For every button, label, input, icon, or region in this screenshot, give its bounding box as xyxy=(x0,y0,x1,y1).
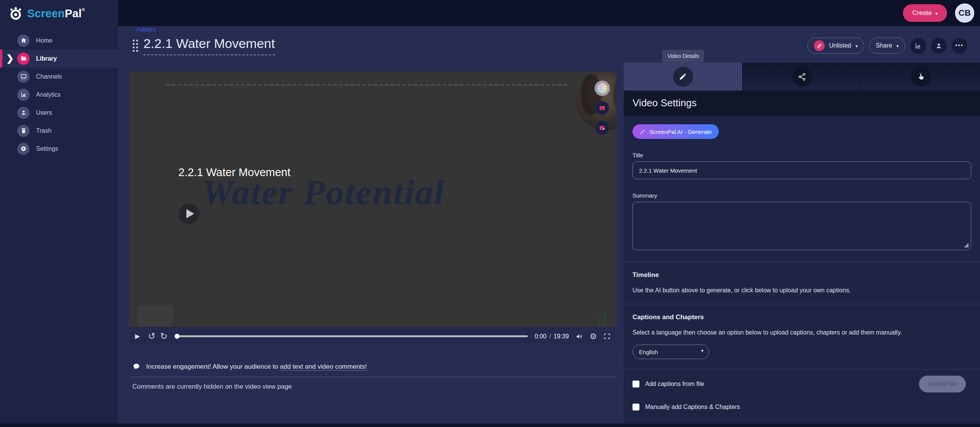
comments-status: Comments are currently hidden on the vid… xyxy=(129,377,616,396)
create-button[interactable]: Create ▾ xyxy=(903,4,947,22)
ai-generate-label: ScreenPal AI - Generate xyxy=(649,129,712,135)
sidebar-item-label: Users xyxy=(36,109,52,116)
create-button-label: Create xyxy=(912,9,932,17)
sidebar-item-label: Trash xyxy=(36,127,51,134)
drag-handle-icon[interactable] xyxy=(133,40,138,52)
sidebar-item-library[interactable]: ❯ Library xyxy=(0,49,118,68)
folder-icon xyxy=(17,53,30,65)
panel-heading-strip: Video Settings xyxy=(624,91,980,115)
image-icon xyxy=(599,105,606,112)
more-options-button[interactable]: ••• xyxy=(952,38,967,54)
analytics-icon xyxy=(17,89,30,101)
captions-help-text: Select a language then choose an option … xyxy=(632,329,971,336)
panel-content: ScreenPal AI - Generate Title Summary ◢ … xyxy=(624,115,980,415)
rewind-icon[interactable]: ↺ xyxy=(148,332,155,341)
video-frame[interactable]: 2.2.1 Water Movement Water Potential xyxy=(129,71,616,327)
sidebar-item-users[interactable]: Users xyxy=(0,104,118,122)
chevron-down-icon: ▾ xyxy=(855,43,858,49)
add-comments-link[interactable]: add text and video comments! xyxy=(280,363,367,371)
privacy-label: Unlisted xyxy=(829,42,851,49)
add-captions-label: Add captions from file xyxy=(645,381,704,387)
details-panel: Video Settings ScreenPal AI - Generate T… xyxy=(624,63,980,427)
comment-bubble-icon xyxy=(132,363,140,371)
sidebar-item-trash[interactable]: Trash xyxy=(0,122,118,140)
edit-thumbnail-button[interactable] xyxy=(595,101,609,115)
active-indicator xyxy=(0,49,2,68)
share-label: Share xyxy=(876,42,892,49)
resize-grip-icon[interactable]: ◢ xyxy=(964,241,968,248)
add-captions-checkbox[interactable] xyxy=(632,381,639,387)
slide-text: Water Potential xyxy=(202,172,445,213)
color-wheel-icon xyxy=(597,83,607,93)
slide-light-patch xyxy=(138,305,173,327)
divider xyxy=(624,369,980,369)
sidebar-item-analytics[interactable]: Analytics xyxy=(0,86,118,104)
video-details-tooltip: Video Details xyxy=(662,50,704,62)
breadcrumb[interactable]: Folders xyxy=(137,26,156,33)
timeline-heading: Timeline xyxy=(632,271,971,279)
volume-button[interactable] xyxy=(575,333,583,340)
bottom-strip xyxy=(0,424,980,427)
manual-captions-row: Manually add Captions & Chapters xyxy=(632,399,971,415)
sidebar-item-label: Library xyxy=(36,55,57,62)
forward-icon[interactable]: ↻ xyxy=(160,332,167,341)
top-bar: Create ▾ CB xyxy=(0,0,980,26)
language-select[interactable]: English xyxy=(632,345,709,359)
share-button[interactable]: Share ▾ xyxy=(869,38,905,54)
magic-wand-icon xyxy=(639,129,646,135)
link-icon xyxy=(814,40,825,51)
page-title[interactable]: 2.2.1 Water Movement xyxy=(143,36,275,55)
webcam-lens-icon[interactable] xyxy=(595,81,610,96)
sidebar-item-settings[interactable]: Settings xyxy=(0,140,118,158)
header-actions: Unlisted ▾ Share ▾ ••• xyxy=(807,38,967,54)
language-select-wrap: English ▾ xyxy=(632,345,709,359)
panel-heading: Video Settings xyxy=(632,97,697,109)
privacy-dropdown[interactable]: Unlisted ▾ xyxy=(807,38,864,54)
player-settings-button[interactable]: ⚙ xyxy=(590,332,597,340)
captions-heading: Captions and Chapters xyxy=(632,313,971,321)
share-nodes-icon xyxy=(792,67,812,87)
viewer-access-button[interactable] xyxy=(931,38,947,54)
settings-icon xyxy=(17,143,30,155)
seek-handle[interactable] xyxy=(175,334,180,339)
divider xyxy=(624,262,980,262)
video-analytics-button[interactable] xyxy=(910,38,926,54)
channels-icon xyxy=(17,71,30,83)
sidebar-item-label: Channels xyxy=(36,73,62,80)
title-input[interactable] xyxy=(632,162,971,179)
sidebar-item-label: Home xyxy=(36,37,53,44)
chart-icon xyxy=(914,42,922,49)
slide-watermark: d xyxy=(597,308,606,327)
seek-bar[interactable] xyxy=(175,335,528,337)
webcam-bubble xyxy=(576,72,616,130)
fullscreen-button[interactable] xyxy=(603,333,611,340)
play-overlay-button[interactable] xyxy=(179,203,199,224)
play-icon xyxy=(186,209,194,218)
time-display: 0:00 / 19:39 xyxy=(535,333,569,340)
tab-interactivity[interactable] xyxy=(861,63,980,91)
page-header: Folders 2.2.1 Water Movement Unlisted ▾ … xyxy=(118,26,980,63)
player-control-bar: ▶ ↺ ↻ 0:00 / 19:39 ⚙ xyxy=(129,327,616,346)
chevron-right-icon: ❯ xyxy=(6,53,14,63)
avatar[interactable]: CB xyxy=(955,3,974,23)
edit-video-button[interactable] xyxy=(595,121,609,135)
trash-icon xyxy=(17,125,30,137)
promo-text: Increase engagement! Allow your audience… xyxy=(146,363,367,371)
hand-pointer-icon xyxy=(911,67,931,87)
panel-tabs xyxy=(624,63,980,91)
manual-captions-checkbox[interactable] xyxy=(632,404,639,411)
time-separator: / xyxy=(549,333,551,340)
manual-captions-label: Manually add Captions & Chapters xyxy=(645,404,740,411)
sidebar-item-label: Settings xyxy=(36,145,58,152)
sidebar-item-home[interactable]: Home xyxy=(0,31,118,49)
play-button[interactable]: ▶ xyxy=(135,332,140,340)
comments-promo: Increase engagement! Allow your audience… xyxy=(129,362,616,377)
home-icon xyxy=(17,35,30,47)
chevron-down-icon: ▾ xyxy=(896,43,899,49)
upload-file-button[interactable]: Upload file xyxy=(919,376,966,392)
tab-share-options[interactable] xyxy=(743,63,861,91)
sidebar-item-channels[interactable]: Channels xyxy=(0,68,118,86)
summary-textarea[interactable] xyxy=(632,202,971,250)
ai-generate-button[interactable]: ScreenPal AI - Generate xyxy=(632,124,719,139)
app-logo[interactable]: ScreenPal® xyxy=(0,0,118,27)
